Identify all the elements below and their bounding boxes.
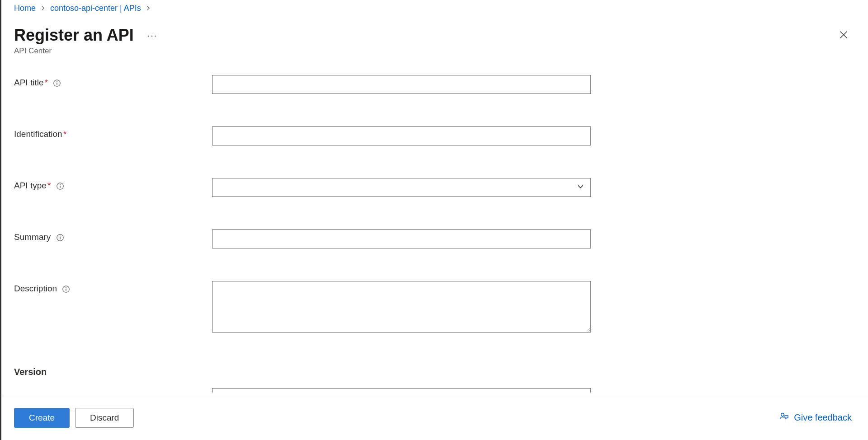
version-section-title: Version — [14, 367, 850, 377]
info-icon[interactable] — [62, 285, 70, 293]
more-icon[interactable]: ··· — [147, 30, 158, 41]
info-icon[interactable] — [56, 182, 64, 190]
svg-rect-11 — [66, 287, 67, 288]
required-indicator: * — [59, 391, 62, 393]
api-title-label: API title* — [14, 75, 212, 88]
breadcrumb-home[interactable]: Home — [14, 4, 36, 13]
info-icon[interactable] — [68, 392, 76, 393]
svg-rect-2 — [57, 81, 57, 82]
summary-label: Summary — [14, 229, 212, 242]
description-label: Description — [14, 281, 212, 294]
required-indicator: * — [47, 181, 51, 190]
identification-label: Identification* — [14, 126, 212, 139]
api-title-input[interactable] — [212, 75, 591, 94]
api-type-select[interactable] — [212, 178, 591, 197]
svg-rect-7 — [60, 237, 61, 239]
give-feedback-link[interactable]: Give feedback — [778, 411, 855, 424]
description-textarea[interactable] — [212, 281, 591, 332]
form-scroll-area[interactable]: API title* Identification* API type* — [1, 68, 863, 393]
breadcrumb: Home contoso-api-center | APIs — [1, 0, 868, 13]
svg-rect-10 — [66, 289, 67, 291]
svg-point-15 — [781, 413, 784, 416]
footer-bar: Create Discard Give feedback — [1, 395, 868, 440]
chevron-right-icon — [40, 4, 46, 13]
page-title: Register an API — [14, 26, 134, 45]
page-header: Register an API ··· — [1, 13, 868, 45]
svg-rect-5 — [60, 184, 61, 185]
svg-rect-1 — [57, 83, 57, 85]
feedback-icon — [778, 411, 789, 424]
give-feedback-label: Give feedback — [794, 412, 852, 423]
breadcrumb-resource[interactable]: contoso-api-center | APIs — [50, 4, 141, 13]
summary-input[interactable] — [212, 229, 591, 248]
version-title-label: Version title* — [14, 388, 212, 393]
required-indicator: * — [63, 129, 66, 139]
page-subtitle: API Center — [1, 45, 868, 56]
version-title-input[interactable] — [212, 388, 591, 393]
svg-rect-4 — [60, 186, 61, 188]
close-button[interactable] — [837, 28, 850, 41]
discard-button[interactable]: Discard — [75, 408, 134, 428]
svg-rect-8 — [60, 236, 61, 237]
api-type-label: API type* — [14, 178, 212, 191]
create-button[interactable]: Create — [14, 408, 70, 428]
identification-input[interactable] — [212, 126, 591, 145]
required-indicator: * — [44, 78, 47, 87]
info-icon[interactable] — [53, 79, 61, 87]
info-icon[interactable] — [56, 234, 64, 242]
chevron-right-icon — [146, 4, 151, 13]
